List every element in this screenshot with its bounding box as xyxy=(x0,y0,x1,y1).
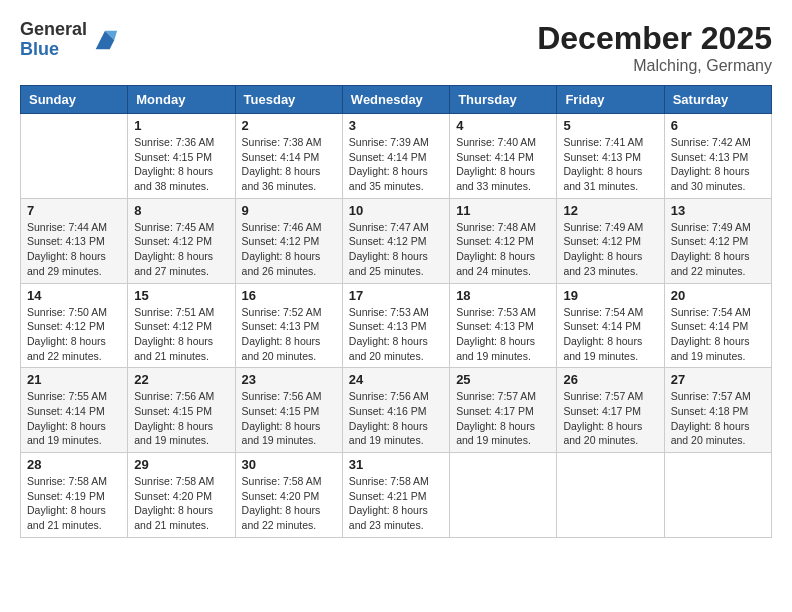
day-info: Sunrise: 7:50 AM Sunset: 4:12 PM Dayligh… xyxy=(27,305,121,364)
day-info: Sunrise: 7:55 AM Sunset: 4:14 PM Dayligh… xyxy=(27,389,121,448)
day-number: 30 xyxy=(242,457,336,472)
weekday-header-tuesday: Tuesday xyxy=(235,86,342,114)
calendar-cell: 22Sunrise: 7:56 AM Sunset: 4:15 PM Dayli… xyxy=(128,368,235,453)
day-info: Sunrise: 7:38 AM Sunset: 4:14 PM Dayligh… xyxy=(242,135,336,194)
calendar-cell: 12Sunrise: 7:49 AM Sunset: 4:12 PM Dayli… xyxy=(557,198,664,283)
calendar-cell: 31Sunrise: 7:58 AM Sunset: 4:21 PM Dayli… xyxy=(342,453,449,538)
calendar-cell: 9Sunrise: 7:46 AM Sunset: 4:12 PM Daylig… xyxy=(235,198,342,283)
calendar-cell: 2Sunrise: 7:38 AM Sunset: 4:14 PM Daylig… xyxy=(235,114,342,199)
day-info: Sunrise: 7:52 AM Sunset: 4:13 PM Dayligh… xyxy=(242,305,336,364)
page-header: General Blue December 2025 Malching, Ger… xyxy=(20,20,772,75)
location-title: Malching, Germany xyxy=(537,57,772,75)
day-number: 14 xyxy=(27,288,121,303)
day-info: Sunrise: 7:46 AM Sunset: 4:12 PM Dayligh… xyxy=(242,220,336,279)
calendar-cell: 4Sunrise: 7:40 AM Sunset: 4:14 PM Daylig… xyxy=(450,114,557,199)
calendar-cell: 19Sunrise: 7:54 AM Sunset: 4:14 PM Dayli… xyxy=(557,283,664,368)
calendar-cell xyxy=(557,453,664,538)
calendar-cell: 26Sunrise: 7:57 AM Sunset: 4:17 PM Dayli… xyxy=(557,368,664,453)
calendar-cell: 20Sunrise: 7:54 AM Sunset: 4:14 PM Dayli… xyxy=(664,283,771,368)
calendar-cell: 30Sunrise: 7:58 AM Sunset: 4:20 PM Dayli… xyxy=(235,453,342,538)
day-info: Sunrise: 7:56 AM Sunset: 4:15 PM Dayligh… xyxy=(134,389,228,448)
calendar-cell: 27Sunrise: 7:57 AM Sunset: 4:18 PM Dayli… xyxy=(664,368,771,453)
weekday-header-friday: Friday xyxy=(557,86,664,114)
day-number: 19 xyxy=(563,288,657,303)
day-number: 22 xyxy=(134,372,228,387)
calendar-cell: 17Sunrise: 7:53 AM Sunset: 4:13 PM Dayli… xyxy=(342,283,449,368)
day-info: Sunrise: 7:58 AM Sunset: 4:20 PM Dayligh… xyxy=(242,474,336,533)
day-info: Sunrise: 7:44 AM Sunset: 4:13 PM Dayligh… xyxy=(27,220,121,279)
day-number: 29 xyxy=(134,457,228,472)
day-number: 7 xyxy=(27,203,121,218)
day-number: 13 xyxy=(671,203,765,218)
day-number: 17 xyxy=(349,288,443,303)
day-info: Sunrise: 7:56 AM Sunset: 4:15 PM Dayligh… xyxy=(242,389,336,448)
calendar-header-row: SundayMondayTuesdayWednesdayThursdayFrid… xyxy=(21,86,772,114)
day-number: 12 xyxy=(563,203,657,218)
day-number: 26 xyxy=(563,372,657,387)
day-number: 31 xyxy=(349,457,443,472)
day-info: Sunrise: 7:58 AM Sunset: 4:19 PM Dayligh… xyxy=(27,474,121,533)
logo: General Blue xyxy=(20,20,119,60)
day-info: Sunrise: 7:45 AM Sunset: 4:12 PM Dayligh… xyxy=(134,220,228,279)
day-number: 24 xyxy=(349,372,443,387)
calendar-cell: 15Sunrise: 7:51 AM Sunset: 4:12 PM Dayli… xyxy=(128,283,235,368)
day-info: Sunrise: 7:42 AM Sunset: 4:13 PM Dayligh… xyxy=(671,135,765,194)
calendar-cell: 14Sunrise: 7:50 AM Sunset: 4:12 PM Dayli… xyxy=(21,283,128,368)
weekday-header-thursday: Thursday xyxy=(450,86,557,114)
calendar-cell: 10Sunrise: 7:47 AM Sunset: 4:12 PM Dayli… xyxy=(342,198,449,283)
day-info: Sunrise: 7:41 AM Sunset: 4:13 PM Dayligh… xyxy=(563,135,657,194)
title-block: December 2025 Malching, Germany xyxy=(537,20,772,75)
calendar-week-1: 1Sunrise: 7:36 AM Sunset: 4:15 PM Daylig… xyxy=(21,114,772,199)
calendar-week-5: 28Sunrise: 7:58 AM Sunset: 4:19 PM Dayli… xyxy=(21,453,772,538)
day-info: Sunrise: 7:54 AM Sunset: 4:14 PM Dayligh… xyxy=(671,305,765,364)
day-info: Sunrise: 7:47 AM Sunset: 4:12 PM Dayligh… xyxy=(349,220,443,279)
calendar-cell xyxy=(21,114,128,199)
calendar-cell xyxy=(450,453,557,538)
day-info: Sunrise: 7:39 AM Sunset: 4:14 PM Dayligh… xyxy=(349,135,443,194)
calendar-cell: 13Sunrise: 7:49 AM Sunset: 4:12 PM Dayli… xyxy=(664,198,771,283)
day-info: Sunrise: 7:36 AM Sunset: 4:15 PM Dayligh… xyxy=(134,135,228,194)
calendar-cell: 23Sunrise: 7:56 AM Sunset: 4:15 PM Dayli… xyxy=(235,368,342,453)
calendar-week-2: 7Sunrise: 7:44 AM Sunset: 4:13 PM Daylig… xyxy=(21,198,772,283)
calendar-cell: 25Sunrise: 7:57 AM Sunset: 4:17 PM Dayli… xyxy=(450,368,557,453)
day-info: Sunrise: 7:57 AM Sunset: 4:17 PM Dayligh… xyxy=(563,389,657,448)
day-number: 21 xyxy=(27,372,121,387)
calendar-cell: 18Sunrise: 7:53 AM Sunset: 4:13 PM Dayli… xyxy=(450,283,557,368)
day-info: Sunrise: 7:57 AM Sunset: 4:18 PM Dayligh… xyxy=(671,389,765,448)
calendar-cell: 7Sunrise: 7:44 AM Sunset: 4:13 PM Daylig… xyxy=(21,198,128,283)
day-info: Sunrise: 7:58 AM Sunset: 4:21 PM Dayligh… xyxy=(349,474,443,533)
day-number: 5 xyxy=(563,118,657,133)
day-info: Sunrise: 7:51 AM Sunset: 4:12 PM Dayligh… xyxy=(134,305,228,364)
calendar-cell: 3Sunrise: 7:39 AM Sunset: 4:14 PM Daylig… xyxy=(342,114,449,199)
calendar-cell: 24Sunrise: 7:56 AM Sunset: 4:16 PM Dayli… xyxy=(342,368,449,453)
day-info: Sunrise: 7:58 AM Sunset: 4:20 PM Dayligh… xyxy=(134,474,228,533)
calendar-cell: 1Sunrise: 7:36 AM Sunset: 4:15 PM Daylig… xyxy=(128,114,235,199)
day-info: Sunrise: 7:48 AM Sunset: 4:12 PM Dayligh… xyxy=(456,220,550,279)
calendar-cell: 29Sunrise: 7:58 AM Sunset: 4:20 PM Dayli… xyxy=(128,453,235,538)
day-number: 28 xyxy=(27,457,121,472)
day-number: 11 xyxy=(456,203,550,218)
day-info: Sunrise: 7:56 AM Sunset: 4:16 PM Dayligh… xyxy=(349,389,443,448)
day-info: Sunrise: 7:49 AM Sunset: 4:12 PM Dayligh… xyxy=(671,220,765,279)
weekday-header-wednesday: Wednesday xyxy=(342,86,449,114)
calendar-cell: 6Sunrise: 7:42 AM Sunset: 4:13 PM Daylig… xyxy=(664,114,771,199)
month-title: December 2025 xyxy=(537,20,772,57)
day-number: 20 xyxy=(671,288,765,303)
day-number: 18 xyxy=(456,288,550,303)
calendar-cell: 5Sunrise: 7:41 AM Sunset: 4:13 PM Daylig… xyxy=(557,114,664,199)
calendar-week-3: 14Sunrise: 7:50 AM Sunset: 4:12 PM Dayli… xyxy=(21,283,772,368)
logo-icon xyxy=(91,26,119,54)
weekday-header-saturday: Saturday xyxy=(664,86,771,114)
day-number: 2 xyxy=(242,118,336,133)
calendar-cell: 16Sunrise: 7:52 AM Sunset: 4:13 PM Dayli… xyxy=(235,283,342,368)
calendar-cell: 8Sunrise: 7:45 AM Sunset: 4:12 PM Daylig… xyxy=(128,198,235,283)
calendar-cell: 28Sunrise: 7:58 AM Sunset: 4:19 PM Dayli… xyxy=(21,453,128,538)
day-number: 16 xyxy=(242,288,336,303)
day-info: Sunrise: 7:57 AM Sunset: 4:17 PM Dayligh… xyxy=(456,389,550,448)
day-number: 10 xyxy=(349,203,443,218)
day-number: 23 xyxy=(242,372,336,387)
day-info: Sunrise: 7:49 AM Sunset: 4:12 PM Dayligh… xyxy=(563,220,657,279)
weekday-header-sunday: Sunday xyxy=(21,86,128,114)
calendar-table: SundayMondayTuesdayWednesdayThursdayFrid… xyxy=(20,85,772,538)
calendar-cell: 11Sunrise: 7:48 AM Sunset: 4:12 PM Dayli… xyxy=(450,198,557,283)
